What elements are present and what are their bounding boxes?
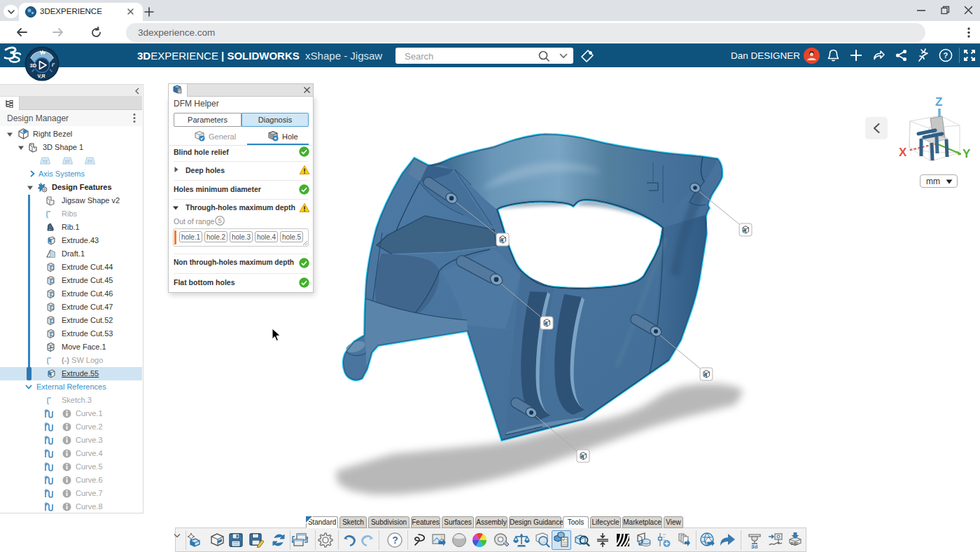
svg-text:3d: 3d <box>751 544 757 549</box>
svg-text:X: X <box>899 146 907 159</box>
svg-text:yz: yz <box>65 158 71 164</box>
svg-text:V,R: V,R <box>38 74 46 79</box>
svg-text:?: ? <box>944 51 948 60</box>
svg-text:5: 5 <box>218 216 221 224</box>
svg-text:xy: xy <box>43 158 48 164</box>
svg-text:zx: zx <box>88 158 93 164</box>
svg-text:?: ? <box>392 534 398 546</box>
svg-text:Y: Y <box>962 147 971 160</box>
svg-text:3D: 3D <box>30 62 37 69</box>
svg-text:Z: Z <box>935 95 942 109</box>
svg-text:DXF: DXF <box>791 541 799 546</box>
svg-text:i': i' <box>52 62 55 68</box>
